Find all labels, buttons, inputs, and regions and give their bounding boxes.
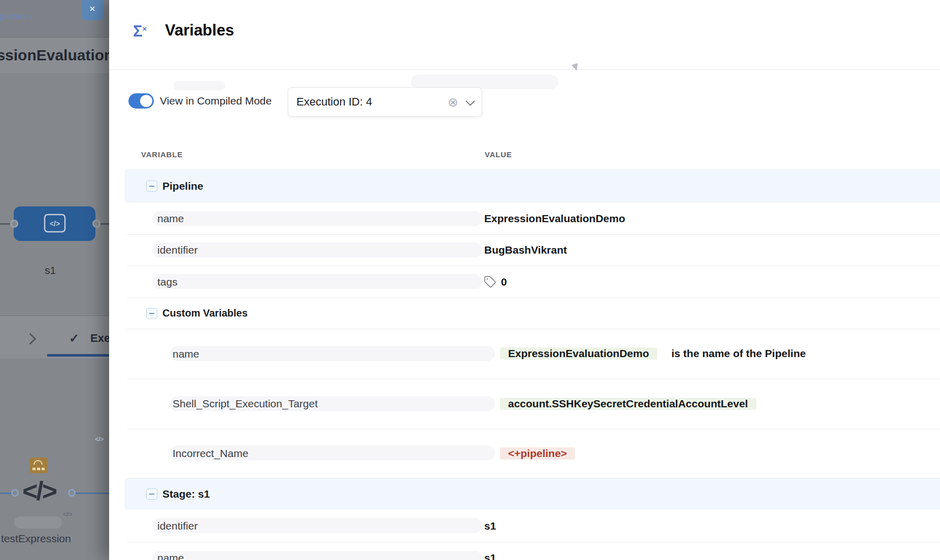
- header-divider: [109, 69, 940, 70]
- node-port-left[interactable]: [10, 220, 18, 228]
- value-chip-green: account.SSHKeySecretCredentialAccountLev…: [500, 398, 756, 410]
- step-port-left[interactable]: [11, 489, 19, 497]
- row-label: name: [157, 542, 184, 560]
- section-band-pipeline: [124, 169, 940, 203]
- connector-line: [76, 493, 109, 494]
- row-value-custom-name: ExpressionEvaluationDemo is the name of …: [500, 341, 806, 365]
- row-label: tags: [157, 266, 178, 298]
- stage-node-s1[interactable]: </> </>: [14, 206, 95, 241]
- check-icon: ✓: [69, 331, 79, 345]
- row-pill: [152, 518, 482, 533]
- clear-selection-icon[interactable]: ⊗: [448, 96, 458, 109]
- section-title-pipeline: Pipeline: [162, 174, 204, 197]
- code-icon-small: </>: [63, 510, 73, 518]
- close-icon: ×: [89, 3, 95, 15]
- row-divider: [127, 298, 940, 298]
- row-divider: [127, 329, 940, 329]
- row-label: identifier: [157, 234, 197, 266]
- row-label: name: [157, 203, 184, 234]
- row-value-shell-target: account.SSHKeySecretCredentialAccountLev…: [500, 391, 756, 416]
- row-label: identifier: [157, 510, 197, 542]
- row-divider: [127, 542, 940, 542]
- row-divider: [127, 266, 940, 266]
- row-value: BugBashVikrant: [484, 234, 567, 266]
- close-button[interactable]: ×: [81, 0, 104, 20]
- row-label: Shell_Script_Execution_Target: [173, 379, 318, 429]
- column-header-variable: VARIABLE: [141, 149, 183, 160]
- row-pill: [152, 242, 482, 258]
- step-port-right[interactable]: [68, 489, 76, 497]
- row-value: s1: [484, 542, 496, 560]
- execution-id-select[interactable]: Execution ID: 4 ⊗: [288, 87, 482, 117]
- collapse-minus-icon[interactable]: [146, 302, 157, 325]
- row-value-incorrect-name: <+pipeline>: [500, 441, 575, 466]
- shimmer-bar: [174, 81, 225, 90]
- panel-title: Variables: [165, 19, 234, 42]
- active-tab-underline: [47, 354, 109, 357]
- step-label: testExpression: [1, 532, 71, 546]
- breadcrumb[interactable]: Pipelines ›: [0, 0, 32, 33]
- screen: Pipelines › ExpressionEvaluationDemo </>…: [0, 0, 940, 560]
- step-hover-pill: [14, 516, 62, 529]
- mouse-cursor: [572, 63, 580, 72]
- value-suffix: is the name of the Pipeline: [672, 347, 806, 360]
- tags-count: 0: [501, 276, 507, 288]
- execution-id-value: Execution ID: 4: [296, 95, 372, 109]
- row-pill: [152, 551, 482, 560]
- row-label: Incorrect_Name: [173, 429, 248, 478]
- variables-icon: Σ×: [133, 22, 147, 41]
- row-pill: [152, 274, 482, 289]
- row-pill: [170, 346, 495, 361]
- row-value-tags: 0: [484, 266, 507, 298]
- variables-panel: Σ× Variables View in Compiled Mode Execu…: [109, 0, 940, 560]
- row-value: s1: [484, 510, 496, 542]
- node-port-right[interactable]: [92, 220, 100, 228]
- column-header-value: VALUE: [485, 149, 512, 160]
- connector-line: [99, 223, 109, 225]
- row-divider: [127, 429, 940, 429]
- value-chip-red: <+pipeline>: [500, 447, 575, 460]
- code-icon: </>: [95, 436, 104, 443]
- value-chip-green: ExpressionEvaluationDemo: [500, 347, 657, 360]
- compiled-mode-toggle[interactable]: [128, 93, 154, 109]
- connector-line: [0, 493, 11, 494]
- section-title-custom-variables: Custom Variables: [162, 302, 248, 325]
- stage-node-label: s1: [45, 263, 56, 278]
- row-value: ExpressionEvaluationDemo: [484, 203, 625, 234]
- row-pill: [152, 211, 482, 226]
- collapse-chevron-icon[interactable]: [26, 335, 35, 345]
- compiled-mode-label: View in Compiled Mode: [160, 93, 272, 109]
- collapse-minus-icon[interactable]: [146, 482, 157, 505]
- chevron-down-icon[interactable]: [465, 96, 475, 106]
- code-step-node[interactable]: </>: [22, 476, 56, 506]
- gauge-step-icon[interactable]: [29, 458, 48, 473]
- custom-stage-icon: </>: [43, 213, 66, 233]
- row-label: name: [173, 329, 199, 379]
- collapse-minus-icon[interactable]: [146, 174, 157, 197]
- svg-text:</>: </>: [50, 220, 60, 228]
- tag-icon: [484, 275, 496, 288]
- section-title-stage: Stage: s1: [162, 482, 210, 505]
- section-band-stage: [124, 478, 940, 510]
